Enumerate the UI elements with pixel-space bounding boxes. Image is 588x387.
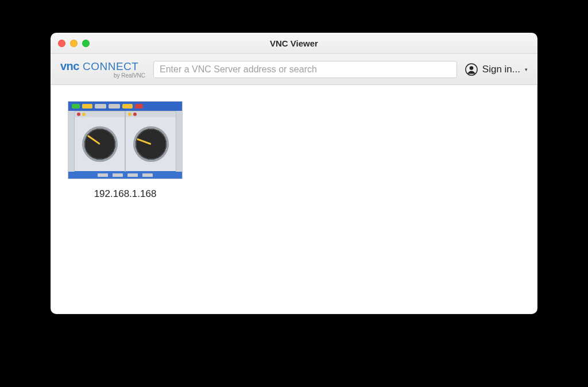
window-zoom-button[interactable] xyxy=(82,40,90,47)
connection-address-label: 192.168.1.168 xyxy=(94,188,157,200)
connection-thumbnail xyxy=(68,101,183,179)
brand-subtitle: by RealVNC xyxy=(60,73,145,79)
brand-text-vnc: vnc xyxy=(60,60,79,72)
brand-text-connect: connect xyxy=(83,61,138,72)
window-close-button[interactable] xyxy=(58,40,65,47)
app-window: VNC Viewer vnc connect by RealVNC xyxy=(51,33,537,314)
connection-tile[interactable]: 192.168.1.168 xyxy=(65,101,185,200)
titlebar: VNC Viewer xyxy=(51,33,537,54)
sign-in-button[interactable]: Sign in... ▾ xyxy=(465,63,528,76)
brand-logo: vnc connect by RealVNC xyxy=(60,60,145,79)
sign-in-label: Sign in... xyxy=(482,64,520,75)
content-area: 192.168.1.168 xyxy=(51,85,537,314)
user-icon xyxy=(465,63,478,76)
window-title: VNC Viewer xyxy=(270,38,318,48)
svg-point-1 xyxy=(470,66,474,70)
window-minimize-button[interactable] xyxy=(70,40,78,47)
chevron-down-icon: ▾ xyxy=(525,67,528,72)
search-container xyxy=(153,61,457,78)
search-input[interactable] xyxy=(153,61,457,78)
traffic-lights xyxy=(58,33,90,53)
toolbar: vnc connect by RealVNC Sign in... ▾ xyxy=(51,54,537,85)
